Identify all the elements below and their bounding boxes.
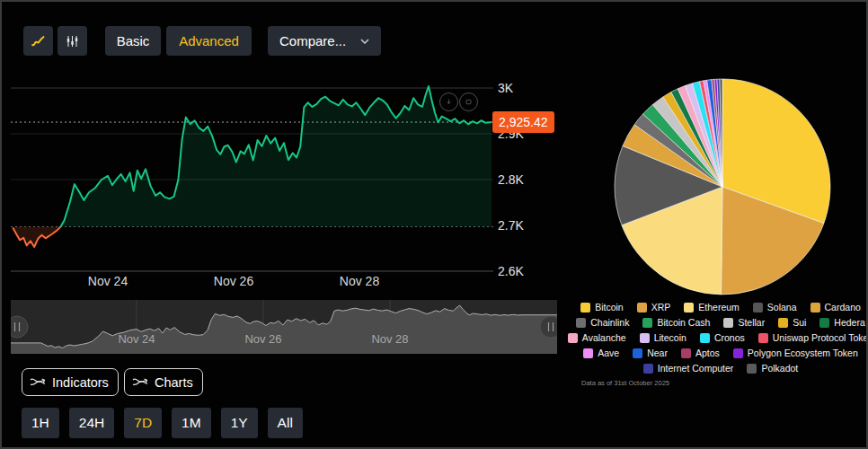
pie-caption: Data as of 31st October 2025	[581, 379, 669, 387]
legend-swatch	[576, 318, 586, 328]
legend-item-bitcoin[interactable]: Bitcoin	[580, 302, 624, 313]
y-axis-label: 3K	[498, 81, 514, 95]
legend-swatch	[700, 333, 710, 343]
range-button-1h[interactable]: 1H	[22, 408, 59, 438]
range-button-all[interactable]: All	[268, 408, 303, 438]
navigator-minimap[interactable]: Nov 24Nov 26Nov 28	[11, 300, 557, 354]
price-line-chart[interactable]: 3K2.9K2.8K2.7K2.6KNov 24Nov 26Nov 28	[2, 2, 563, 298]
legend-label: Sui	[793, 317, 806, 328]
legend-row: BitcoinXRPEthereumSolanaCardano	[566, 302, 868, 313]
range-button-7d[interactable]: 7D	[124, 408, 162, 438]
legend-label: Near	[647, 348, 668, 358]
legend-swatch	[637, 303, 647, 313]
legend-swatch	[681, 348, 691, 358]
nav-handle-right[interactable]	[540, 316, 557, 338]
legend-label: Polkadot	[761, 363, 798, 374]
range-button-1m[interactable]: 1M	[172, 408, 211, 438]
charts-label: Charts	[155, 375, 193, 390]
fullscreen-icon	[465, 97, 472, 107]
legend-item-ethereum[interactable]: Ethereum	[684, 302, 740, 313]
legend-row: AaveNearAptosPolygon Ecosystem Token	[566, 348, 868, 358]
nav-handle-left[interactable]	[11, 316, 28, 338]
legend-swatch	[733, 348, 743, 358]
legend-item-uniswap-protocol-token[interactable]: Uniswap Protocol Token	[758, 332, 868, 343]
nav-date-label: Nov 26	[244, 332, 281, 346]
legend-item-litecoin[interactable]: Litecoin	[640, 332, 686, 343]
legend-swatch	[747, 364, 757, 374]
legend-swatch	[723, 318, 733, 328]
legend-row: AvalancheLitecoinCronosUniswap Protocol …	[566, 332, 868, 343]
legend-item-polkadot[interactable]: Polkadot	[747, 363, 798, 374]
charts-waves-icon	[132, 376, 149, 388]
crypto-chart-panel: Basic Advanced Compare... 3K2.9K2.8K2.7K…	[0, 0, 868, 449]
legend-swatch	[753, 303, 763, 313]
legend-item-xrp[interactable]: XRP	[637, 302, 671, 313]
legend-item-cronos[interactable]: Cronos	[700, 332, 745, 343]
legend-item-near[interactable]: Near	[633, 348, 668, 358]
legend-swatch	[642, 318, 652, 328]
legend-swatch	[643, 364, 653, 374]
legend-label: Aave	[598, 348, 619, 358]
legend-swatch	[633, 348, 642, 358]
legend-label: Chainlink	[590, 317, 629, 328]
legend-swatch	[583, 348, 593, 358]
legend-item-stellar[interactable]: Stellar	[723, 317, 765, 328]
legend-label: Hedera	[834, 317, 864, 328]
nav-date-label: Nov 24	[118, 332, 155, 346]
legend-item-internet-computer[interactable]: Internet Computer	[643, 363, 734, 374]
legend-swatch	[568, 333, 578, 343]
legend-row: Internet ComputerPolkadot	[566, 363, 868, 374]
legend-label: Aptos	[695, 348, 720, 358]
legend-label: Uniswap Protocol Token	[773, 332, 868, 343]
indicator-waves-icon	[30, 376, 47, 388]
legend-swatch	[758, 333, 768, 343]
legend-swatch	[684, 303, 694, 313]
charts-button[interactable]: Charts	[124, 368, 203, 396]
legend-item-solana[interactable]: Solana	[753, 302, 797, 313]
legend-label: Bitcoin	[595, 302, 624, 313]
legend-item-avalanche[interactable]: Avalanche	[568, 332, 626, 343]
legend-item-hedera[interactable]: Hedera	[819, 317, 864, 328]
x-axis-label: Nov 24	[88, 274, 128, 288]
legend-label: Internet Computer	[658, 363, 734, 374]
legend-swatch	[819, 318, 829, 328]
legend-label: Cronos	[714, 332, 745, 343]
x-axis-label: Nov 26	[214, 274, 254, 288]
legend-label: Solana	[767, 302, 797, 313]
legend-item-cardano[interactable]: Cardano	[810, 302, 861, 313]
legend-swatch	[778, 318, 788, 328]
area-below-threshold	[13, 227, 60, 248]
range-button-1y[interactable]: 1Y	[221, 408, 258, 438]
legend-label: Polygon Ecosystem Token	[748, 348, 858, 358]
legend-label: Litecoin	[654, 332, 686, 343]
y-axis-label: 2.8K	[498, 172, 524, 187]
legend-label: Stellar	[738, 317, 765, 328]
legend-item-aptos[interactable]: Aptos	[681, 348, 720, 358]
nav-area	[11, 305, 557, 354]
legend-label: XRP	[651, 302, 671, 313]
y-axis-label: 2.6K	[498, 264, 524, 278]
fullscreen-button[interactable]	[459, 92, 478, 111]
legend-label: Cardano	[825, 302, 861, 313]
last-price-badge: 2,925.42	[492, 111, 554, 133]
legend-label: Ethereum	[698, 302, 740, 313]
legend-item-chainlink[interactable]: Chainlink	[576, 317, 629, 328]
legend-item-sui[interactable]: Sui	[778, 317, 806, 328]
nav-date-label: Nov 28	[371, 332, 408, 346]
market-cap-pie-chart[interactable]	[613, 77, 832, 296]
download-chart-button[interactable]	[439, 92, 458, 111]
legend-swatch	[640, 333, 650, 343]
time-range-bar: 1H24H7D1M1YAll	[22, 408, 303, 438]
legend-item-polygon-ecosystem-token[interactable]: Polygon Ecosystem Token	[733, 348, 858, 358]
legend-label: Bitcoin Cash	[657, 317, 710, 328]
x-axis-label: Nov 28	[340, 274, 380, 288]
legend-item-aave[interactable]: Aave	[583, 348, 619, 358]
indicators-button[interactable]: Indicators	[22, 368, 119, 396]
range-button-24h[interactable]: 24H	[69, 408, 114, 438]
indicators-label: Indicators	[52, 375, 109, 390]
chart-navigator[interactable]: Nov 24Nov 26Nov 28	[11, 300, 557, 354]
legend-item-bitcoin-cash[interactable]: Bitcoin Cash	[642, 317, 710, 328]
area-above-threshold	[61, 86, 492, 227]
pie-legend: BitcoinXRPEthereumSolanaCardanoChainlink…	[566, 302, 868, 374]
legend-row: ChainlinkBitcoin CashStellarSuiHedera	[566, 317, 868, 328]
